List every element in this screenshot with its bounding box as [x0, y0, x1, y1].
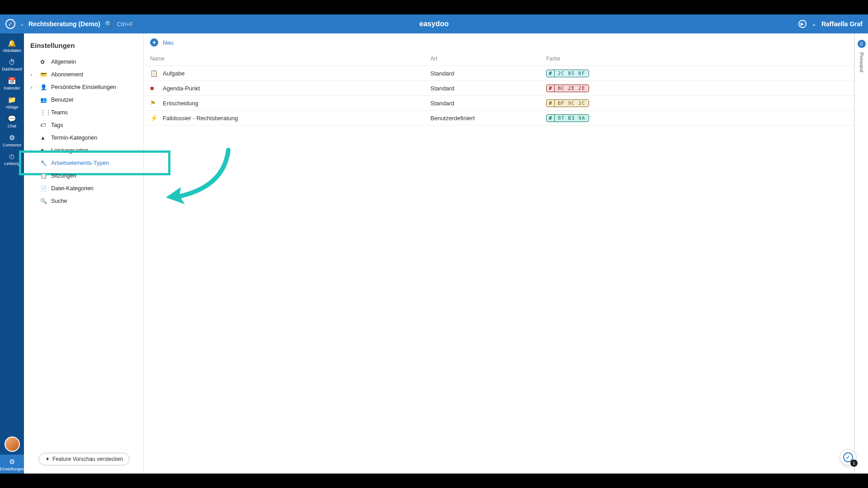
col-art[interactable]: Art [430, 56, 546, 62]
type-art: Standard [430, 85, 546, 92]
rail-item-connector[interactable]: ⚙Connector [0, 131, 24, 150]
feature-preview-button[interactable]: ✦ Feature Vorschau verstecken [38, 453, 130, 465]
new-button[interactable]: Neu [163, 39, 174, 46]
hash-icon: # [547, 70, 555, 77]
user-avatar[interactable] [5, 436, 20, 452]
rail-label: Dashboard [2, 67, 22, 71]
settings-item-icon: 🏷 [40, 122, 47, 128]
rail-label: Leistung [4, 161, 19, 166]
table-row[interactable]: ■ Agenda-Punkt Standard # BC 2E 2E [144, 81, 854, 96]
settings-item-label: Suche [51, 198, 67, 204]
color-chip[interactable]: # 07 B3 9A [546, 114, 589, 122]
settings-item-0[interactable]: ✿Allgemein [24, 56, 143, 68]
settings-item-6[interactable]: ▲Termin-Kategorien [24, 131, 143, 144]
rail-item-aktivitäten[interactable]: 🔔Aktivitäten [0, 36, 24, 55]
type-name: Entscheidung [163, 100, 198, 107]
settings-item-7[interactable]: ›◆Leistungsarten [24, 144, 143, 157]
color-hex: BC 2E 2E [555, 85, 589, 92]
settings-item-3[interactable]: 👥Benutzer [24, 94, 143, 106]
settings-list: ✿Allgemein›💳Abonnement›👤Persönliche Eins… [24, 54, 143, 209]
settings-item-icon: 👤 [40, 84, 47, 90]
settings-item-8[interactable]: 🔧Arbeitselements-Typen [24, 157, 143, 169]
add-icon[interactable]: + [150, 38, 158, 47]
settings-item-2[interactable]: ›👤Persönliche Einstellungen [24, 81, 143, 94]
table-row[interactable]: ⚑ Entscheidung Standard # BF 9C 2C [144, 96, 854, 111]
type-art: Benutzerdefiniert [430, 115, 546, 122]
pinnwand-label: Pinnwand [859, 52, 864, 72]
type-icon: 📋 [150, 70, 158, 77]
pinnwand-badge: 0 [858, 40, 866, 48]
user-chevron-icon[interactable]: ⌄ [812, 21, 816, 27]
chevron-right-icon: › [30, 84, 32, 90]
hash-icon: # [547, 100, 555, 107]
rail-icon: 📁 [8, 96, 16, 104]
rail-item-dashboard[interactable]: ⏱Dashboard [0, 55, 24, 74]
type-name: Aufgabe [163, 70, 184, 77]
table-row[interactable]: 📋 Aufgabe Standard # 2C B5 BF [144, 66, 854, 81]
col-farbe[interactable]: Farbe [546, 56, 848, 62]
rail-item-leistung[interactable]: ⏲Leistung [0, 150, 24, 168]
color-chip[interactable]: # BF 9C 2C [546, 99, 589, 107]
settings-item-9[interactable]: 📋Sitzungen [24, 169, 143, 182]
rail-item-chat[interactable]: 💬Chat [0, 112, 24, 131]
settings-item-5[interactable]: 🏷Tags [24, 119, 143, 131]
settings-item-label: Abonnement [51, 71, 83, 78]
pinnwand-panel[interactable]: 0 Pinnwand [854, 33, 868, 474]
settings-item-icon: 👥 [40, 97, 47, 103]
rail-item-ablage[interactable]: 📁Ablage [0, 93, 24, 112]
settings-item-label: Allgemein [51, 59, 76, 65]
type-icon: ⚑ [150, 99, 158, 107]
col-name[interactable]: Name [150, 56, 430, 62]
rail-item-kalender[interactable]: 📅Kalender [0, 74, 24, 93]
settings-item-icon: ✿ [40, 59, 47, 65]
main-content: + Neu Name Art Farbe 📋 Aufgabe Standard … [144, 33, 854, 474]
settings-panel: Einstellungen ✿Allgemein›💳Abonnement›👤Pe… [24, 33, 144, 474]
workspace-chevron-icon[interactable]: ⌄ [20, 21, 24, 27]
search-icon[interactable]: 🔍 [105, 20, 113, 28]
type-name: Falldossier - Rechtsberatung [163, 115, 238, 122]
chevron-right-icon: › [30, 148, 32, 153]
feature-preview-label: Feature Vorschau verstecken [52, 456, 123, 462]
rail-icon: ⏱ [9, 58, 15, 66]
settings-item-label: Persönliche Einstellungen [51, 84, 116, 90]
hash-icon: # [547, 85, 555, 92]
color-chip[interactable]: # BC 2E 2E [546, 84, 589, 92]
type-art: Standard [430, 70, 546, 77]
rail-icon: ⚙ [9, 134, 15, 142]
search-shortcut: Ctrl+F [117, 21, 133, 28]
settings-item-11[interactable]: 🔍Suche [24, 195, 143, 207]
settings-item-icon: 🔧 [40, 160, 47, 166]
table-row[interactable]: ⚡ Falldossier - Rechtsberatung Benutzerd… [144, 111, 854, 126]
fab-count-badge: 1 [850, 460, 858, 467]
settings-item-icon: 💳 [40, 71, 47, 78]
settings-item-4[interactable]: ⋮⋮Teams [24, 106, 143, 119]
color-chip[interactable]: # 2C B5 BF [546, 70, 589, 77]
settings-item-icon: ▲ [40, 135, 47, 141]
sparkle-icon: ✦ [45, 456, 50, 462]
fab-button[interactable]: ✓ 1 [840, 449, 856, 465]
settings-item-label: Termin-Kategorien [51, 135, 97, 141]
app-logo-icon[interactable]: ✓ [5, 19, 15, 29]
type-name: Agenda-Punkt [163, 85, 200, 92]
types-table: Name Art Farbe 📋 Aufgabe Standard # 2C B… [144, 52, 854, 126]
workspace-name[interactable]: Rechtsberatung (Demo) [28, 20, 100, 28]
annotation-arrow [156, 145, 237, 213]
rail-label: Kalender [4, 86, 20, 90]
color-hex: 07 B3 9A [555, 115, 589, 122]
settings-item-icon: 🔍 [40, 198, 47, 204]
rail-item-einstellungen[interactable]: ⚙Einstellungen [0, 455, 24, 474]
settings-item-icon: ◆ [40, 147, 47, 154]
color-hex: BF 9C 2C [555, 100, 589, 107]
settings-item-10[interactable]: 📄Datei-Kategorien [24, 182, 143, 195]
gear-icon: ⚙ [9, 458, 15, 466]
chevron-right-icon: › [30, 72, 32, 77]
settings-item-1[interactable]: ›💳Abonnement [24, 68, 143, 81]
toolbar: + Neu [144, 33, 854, 52]
settings-item-label: Tags [51, 122, 63, 128]
play-icon[interactable]: ▶ [798, 20, 807, 28]
user-name[interactable]: Raffaella Graf [821, 20, 863, 28]
settings-item-label: Sitzungen [51, 173, 76, 179]
hash-icon: # [547, 115, 555, 122]
settings-item-label: Leistungsarten [51, 147, 88, 154]
rail-label: Einstellungen [0, 467, 24, 471]
